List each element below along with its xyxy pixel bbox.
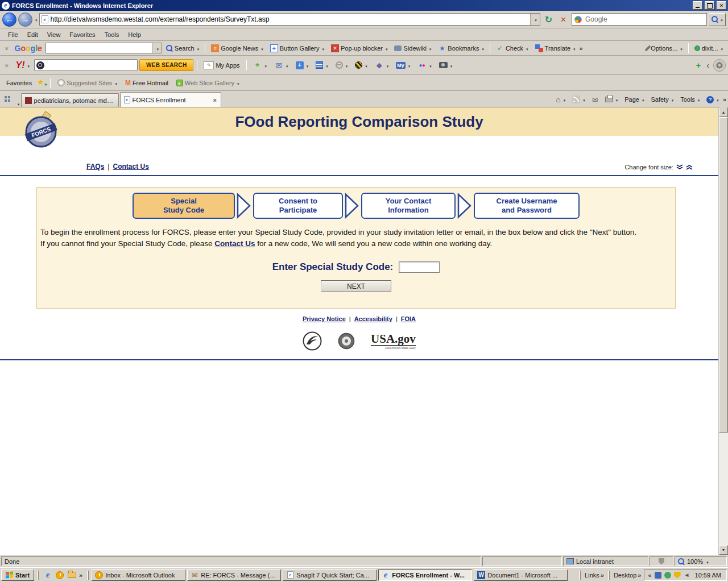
quick-launch-overflow-chevron[interactable]: » xyxy=(79,572,82,579)
antivirus-tray-icon[interactable] xyxy=(664,572,671,579)
safety-menu-button[interactable]: Safety xyxy=(648,95,676,104)
scrollbar-thumb[interactable] xyxy=(719,117,728,433)
yahoo-mail-button[interactable] xyxy=(271,60,291,71)
feeds-button[interactable] xyxy=(569,94,588,105)
add-favorite-star-icon[interactable] xyxy=(37,79,46,87)
font-smaller-icon[interactable] xyxy=(676,164,683,170)
network-tray-icon[interactable] xyxy=(655,572,661,579)
search-input[interactable] xyxy=(584,15,704,24)
contact-us-link[interactable]: Contact Us xyxy=(113,163,148,171)
tab-forcs-enrollment[interactable]: FORCS Enrollment xyxy=(120,92,221,107)
recent-pages-dropdown[interactable] xyxy=(35,16,38,23)
stop-button[interactable] xyxy=(557,13,570,26)
yahoo-search-field[interactable] xyxy=(34,59,138,71)
my-yahoo-button[interactable]: My xyxy=(393,61,413,70)
special-study-code-input[interactable] xyxy=(399,261,440,273)
privacy-notice-link[interactable]: Privacy Notice xyxy=(303,315,346,322)
taskbar-button-word[interactable]: Document1 - Microsoft ... xyxy=(474,569,568,581)
google-news-button[interactable]: Google News xyxy=(208,43,266,53)
toolbar-overflow-chevron[interactable]: » xyxy=(580,45,583,52)
refresh-button[interactable] xyxy=(542,13,555,26)
tools-menu-button[interactable]: Tools xyxy=(677,95,702,104)
quick-tabs-button[interactable] xyxy=(2,94,15,106)
web-slice-gallery-button[interactable]: Web Slice Gallery xyxy=(173,78,242,88)
home-button[interactable] xyxy=(553,94,568,105)
my-apps-button[interactable]: My Apps xyxy=(201,60,242,70)
window-titlebar[interactable]: FORCS Enrollment - Windows Internet Expl… xyxy=(0,0,728,11)
font-larger-icon[interactable] xyxy=(686,164,693,170)
web-search-button[interactable]: WEB SEARCH xyxy=(139,59,193,71)
page-menu-button[interactable]: Page xyxy=(622,95,647,104)
photos-button[interactable] xyxy=(436,61,456,70)
toolbar-grip[interactable] xyxy=(37,571,39,580)
suggested-sites-button[interactable]: Suggested Sites xyxy=(55,78,120,88)
close-toolbar-button[interactable] xyxy=(2,45,11,52)
toolbar-grip[interactable] xyxy=(579,571,581,580)
desktop-toolbar[interactable]: Desktop » xyxy=(613,572,642,579)
google-search-input[interactable] xyxy=(46,43,152,53)
favorites-button[interactable]: Favorites xyxy=(3,78,35,88)
menu-help[interactable]: Help xyxy=(123,30,146,40)
yahoo-logo-button[interactable]: Y! xyxy=(13,59,33,72)
google-account-button[interactable]: dixit... xyxy=(692,44,726,53)
button-gallery-button[interactable]: Button Gallery xyxy=(267,43,327,53)
calendar-button[interactable] xyxy=(313,60,331,70)
links-toolbar[interactable]: Links » xyxy=(584,572,605,579)
collapse-toolbar-button[interactable]: ‹ xyxy=(705,61,711,70)
security-zone[interactable]: Local intranet xyxy=(563,556,648,566)
back-button[interactable] xyxy=(2,13,16,27)
maximize-button[interactable] xyxy=(705,1,714,10)
google-search-dropdown[interactable] xyxy=(152,43,162,53)
next-button[interactable]: NEXT xyxy=(321,280,391,292)
google-search-button[interactable]: Search xyxy=(163,44,202,53)
buzz-button[interactable] xyxy=(352,60,370,70)
scroll-down-arrow[interactable]: ▼ xyxy=(719,545,728,555)
translate-button[interactable]: Translate xyxy=(532,43,578,53)
yahoo-apps-button[interactable] xyxy=(250,60,270,71)
quick-launch-folder-icon[interactable] xyxy=(67,571,76,580)
bookmarks-button[interactable]: Bookmarks xyxy=(435,43,487,53)
flickr-button[interactable] xyxy=(415,60,435,71)
clock[interactable]: 10:59 AM xyxy=(693,572,723,579)
accessibility-link[interactable]: Accessibility xyxy=(354,315,392,322)
start-button[interactable]: Start xyxy=(1,569,34,581)
tab-pediatricians[interactable]: pediatricians, potomac md - ... xyxy=(21,93,119,107)
yahoo-search-input[interactable] xyxy=(46,61,135,69)
add-app-button[interactable]: + xyxy=(694,60,703,70)
google-options-button[interactable]: Options... xyxy=(644,44,685,53)
commandbar-overflow-chevron[interactable]: » xyxy=(723,96,726,103)
settings-button[interactable] xyxy=(713,59,726,72)
contact-us-inline-link[interactable]: Contact Us xyxy=(214,239,255,248)
spellcheck-button[interactable]: Check xyxy=(493,43,531,53)
google-search-field[interactable] xyxy=(46,43,162,53)
toolbar-grip[interactable] xyxy=(87,571,89,580)
close-toolbar-button[interactable] xyxy=(2,62,11,69)
sidewiki-button[interactable]: Sidewiki xyxy=(391,44,434,53)
menu-file[interactable]: File xyxy=(3,30,23,40)
answers-button[interactable] xyxy=(372,60,392,71)
menu-view[interactable]: View xyxy=(43,30,65,40)
zoom-control[interactable]: 100% xyxy=(675,556,727,566)
address-field[interactable]: http://dietvalwsmsdemo.westat.com/extern… xyxy=(39,13,540,26)
close-button[interactable] xyxy=(717,1,726,10)
tab-list-dropdown[interactable] xyxy=(18,100,20,107)
menu-tools[interactable]: Tools xyxy=(100,30,124,40)
security-alert-tray-icon[interactable] xyxy=(674,572,681,579)
messenger-status-button[interactable] xyxy=(333,60,351,70)
address-dropdown-button[interactable] xyxy=(530,14,540,25)
tray-collapse-chevron[interactable]: « xyxy=(648,572,651,579)
add-contact-button[interactable] xyxy=(293,60,312,70)
menu-edit[interactable]: Edit xyxy=(23,30,43,40)
volume-tray-icon[interactable] xyxy=(684,572,690,579)
search-box[interactable] xyxy=(572,13,707,26)
url-text[interactable]: http://dietvalwsmsdemo.westat.com/extern… xyxy=(51,15,528,23)
taskbar-button-snagit[interactable]: SnagIt 7 Quick Start; Ca... xyxy=(283,569,377,581)
foia-link[interactable]: FOIA xyxy=(401,315,416,322)
usa-gov-logo[interactable]: USA.gov Government Made Easy xyxy=(371,332,416,350)
quick-launch-ie-icon[interactable] xyxy=(43,571,52,580)
forward-button[interactable] xyxy=(18,13,32,27)
print-button[interactable] xyxy=(602,95,621,104)
popup-blocker-button[interactable]: Pop-up blocker xyxy=(328,43,391,53)
read-mail-button[interactable] xyxy=(589,94,601,105)
toolbar-grip[interactable] xyxy=(608,571,610,580)
